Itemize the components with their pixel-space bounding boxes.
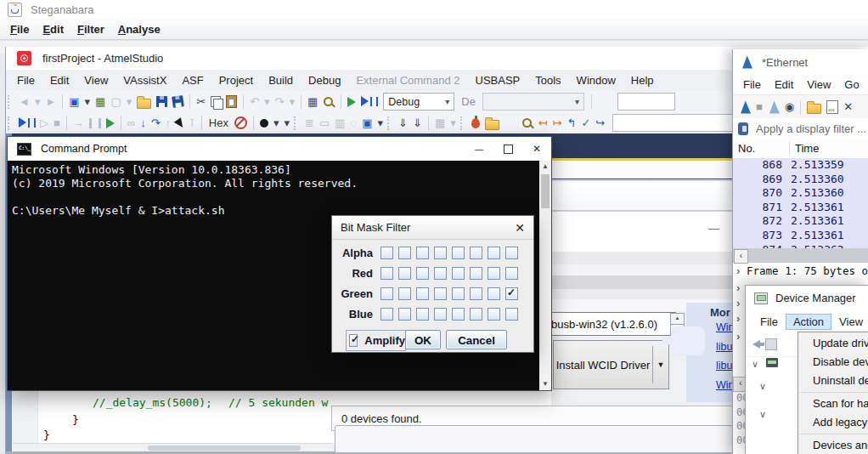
packet-row[interactable]: 8712.513361 [733, 201, 868, 215]
find-symbol-icon[interactable] [521, 117, 533, 129]
bit-checkbox[interactable] [452, 287, 465, 300]
bit-checkbox[interactable] [505, 287, 518, 300]
navigate-back-caret[interactable]: ▾ [35, 95, 41, 109]
action-menu-item-uninstall-dev[interactable]: Uninstall dev [798, 372, 868, 390]
device-select[interactable]: ▾ [482, 93, 584, 111]
menu-tools[interactable]: Tools [527, 74, 568, 87]
bit-checkbox[interactable] [416, 267, 429, 280]
save-section-icon[interactable]: ⇓ [413, 116, 422, 130]
ok-button[interactable]: OK [405, 330, 441, 349]
packet-row[interactable]: 8702.513360 [733, 186, 868, 201]
packet-row[interactable]: 8732.513361 [733, 229, 868, 243]
close-icon[interactable] [515, 221, 525, 235]
open-file-icon[interactable] [137, 99, 151, 109]
show-next-statement-icon[interactable]: → [73, 116, 84, 130]
save-icon[interactable] [156, 96, 167, 107]
device-node-icon[interactable] [766, 358, 778, 367]
bit-checkbox[interactable] [416, 247, 429, 259]
find-in-files-icon[interactable] [598, 96, 610, 108]
bit-checkbox[interactable] [488, 247, 500, 259]
menu-filter[interactable]: Filter [70, 23, 111, 36]
column-no[interactable]: No. [733, 142, 790, 155]
bit-checkbox[interactable] [434, 247, 447, 259]
wireshark-titlebar[interactable]: *Ethernet [733, 49, 868, 75]
restart-capture-icon[interactable] [768, 101, 780, 114]
run-to-cursor-icon[interactable]: ⊺ [189, 116, 195, 130]
autos-icon[interactable]: ∞ [127, 116, 135, 130]
add-new-item-icon[interactable]: ▦ [95, 95, 105, 109]
install-wcid-driver-button[interactable]: Install WCID Driver ▼ [553, 340, 669, 389]
maximize-button[interactable] [493, 137, 522, 161]
spell-check-icon[interactable]: ✓ [581, 116, 590, 130]
bit-checkbox[interactable] [398, 287, 411, 300]
bit-checkbox[interactable] [488, 287, 500, 300]
break-all-icon[interactable] [89, 118, 101, 128]
save-capture-icon[interactable] [826, 100, 838, 114]
menu-file[interactable]: File [9, 74, 42, 87]
capture-options-icon[interactable]: ◉ [785, 100, 794, 114]
bit-checkbox[interactable] [380, 287, 393, 300]
toolbar-search-input[interactable] [617, 93, 675, 111]
menu-edit[interactable]: Edit [36, 23, 70, 36]
menu-action[interactable]: Action [786, 314, 831, 330]
restart-icon[interactable]: ▷ [40, 116, 48, 130]
menu-asf[interactable]: ASF [174, 74, 211, 87]
start-capture-icon[interactable] [739, 101, 751, 114]
column-time[interactable]: Time [790, 142, 819, 155]
io-view-icon[interactable]: ▣ [362, 116, 372, 130]
solution-explorer-icon[interactable]: ▦ [307, 95, 318, 109]
action-menu-item-add-legacy-h[interactable]: Add legacy h [798, 413, 868, 432]
vassistx-icon[interactable] [471, 118, 480, 128]
breakpoints-window-icon[interactable] [260, 119, 268, 128]
toolbar-overflow-caret[interactable]: ▾ [284, 116, 290, 130]
menu-help[interactable]: Help [623, 74, 662, 87]
amplify-checkbox[interactable] [349, 334, 358, 347]
bit-checkbox[interactable] [452, 267, 465, 280]
cut-icon[interactable]: ✂ [196, 95, 206, 109]
step-over-icon[interactable]: ↷ [151, 116, 161, 130]
tree-collapse-icon[interactable]: ∨ [759, 381, 766, 392]
bit-checkbox[interactable] [488, 308, 500, 321]
spinner-up-button[interactable]: ▲ [670, 313, 685, 325]
bit-checkbox[interactable] [380, 247, 393, 259]
switch-header-icon[interactable]: ↪ [595, 116, 605, 130]
menu-external-command-2[interactable]: External Command 2 [348, 74, 467, 87]
paste-history-icon[interactable]: ↰ [567, 116, 577, 130]
steganabara-titlebar[interactable]: Steganabara [0, 0, 868, 19]
new-file-icon[interactable]: ▢ [110, 95, 121, 109]
run-icon[interactable] [106, 118, 115, 128]
cancel-button[interactable]: Cancel [446, 330, 507, 349]
bit-checkbox[interactable] [416, 287, 429, 300]
bit-checkbox[interactable] [470, 287, 482, 300]
action-menu-item-scan-for-hard[interactable]: Scan for hard [798, 394, 868, 413]
call-stack-icon[interactable]: ≣ [305, 116, 314, 130]
expand-chevron-icon[interactable]: › [736, 264, 740, 277]
bit-checkbox[interactable] [470, 267, 482, 280]
menu-vassistx[interactable]: VAssistX [116, 74, 174, 87]
bit-checkbox[interactable] [398, 308, 411, 321]
bit-checkbox[interactable] [505, 308, 518, 321]
copy-icon[interactable] [211, 96, 221, 107]
display-filter-bar[interactable]: Apply a display filter ... <Ctrl- [733, 118, 868, 139]
cmd-scrollbar[interactable]: ▲ ▼ [539, 161, 551, 390]
open-capture-icon[interactable] [807, 104, 821, 114]
expand-chevron-icon[interactable]: › [736, 330, 740, 343]
bit-checkbox[interactable] [434, 267, 447, 280]
packet-list-hscrollbar[interactable]: ‹ [733, 248, 868, 263]
quick-launch-icon[interactable] [323, 96, 335, 108]
bookmark-icon[interactable] [738, 122, 748, 135]
cursor-icon[interactable] [174, 117, 187, 130]
menu-go[interactable]: Go [837, 78, 865, 91]
bit-checkbox[interactable] [452, 247, 465, 259]
minimize-button[interactable] [465, 137, 493, 161]
new-project-icon[interactable]: ▣ [69, 95, 79, 109]
bit-checkbox[interactable] [416, 308, 429, 321]
menu-file[interactable]: File [3, 23, 36, 36]
back-icon[interactable] [752, 340, 760, 349]
hex-toggle[interactable]: Hex [209, 116, 228, 129]
new-project-caret[interactable]: ▾ [85, 95, 91, 109]
edit-dash-icon[interactable]: — [708, 222, 719, 235]
expand-chevron-icon[interactable]: › [736, 312, 740, 325]
tree-collapse-icon[interactable]: ∨ [752, 359, 758, 370]
bit-checkbox[interactable] [434, 308, 447, 321]
